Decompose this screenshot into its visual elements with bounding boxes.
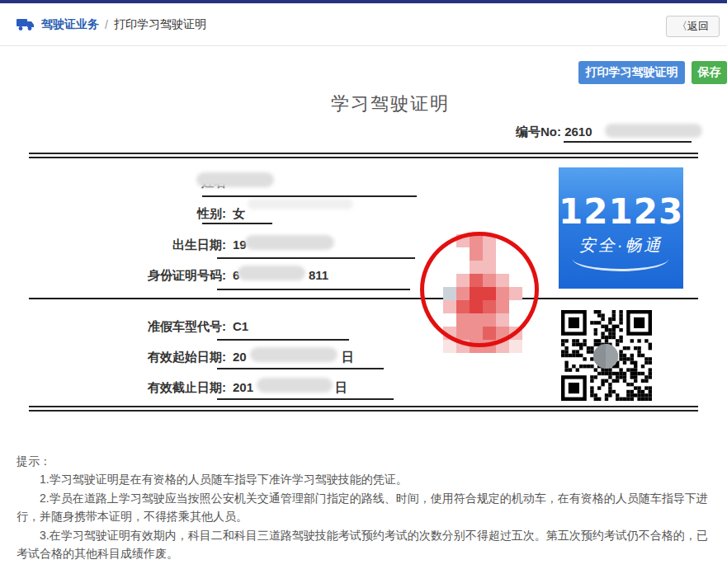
serial-number: 编号No: 2610 <box>516 125 592 140</box>
field-underline <box>202 223 272 224</box>
serial-underline <box>564 141 692 143</box>
field-redaction <box>257 378 333 393</box>
tips-item: 3.在学习驾驶证明有效期内，科目二和科目三道路驾驶技能考试预约考试的次数分别不得… <box>17 526 712 563</box>
tips-item: 1.学习驾驶证明是在有资格的人员随车指导下准许学习驾驶技能的凭证。 <box>17 470 712 488</box>
tips-heading: 提示： <box>17 452 712 470</box>
certificate-title: 学习驾驶证明 <box>27 92 727 116</box>
field-underline <box>217 398 394 400</box>
save-button[interactable]: 保存 <box>692 61 727 84</box>
official-seal-ring <box>420 232 539 347</box>
field-label: 身份证明号码: <box>0 268 226 284</box>
field-value-suffix: 日 <box>342 350 354 365</box>
field-underline <box>217 289 410 290</box>
serial-redaction <box>605 124 702 138</box>
field-redaction-ghost <box>248 199 353 209</box>
field-redaction <box>250 347 338 362</box>
tips-section: 提示： 1.学习驾驶证明是在有资格的人员随车指导下准许学习驾驶技能的凭证。 2.… <box>17 452 712 562</box>
serial-label: 编号No: <box>516 125 561 139</box>
logo-slogan: 安全·畅通 <box>559 234 683 256</box>
breadcrumb-section-link[interactable]: 驾驶证业务 <box>41 17 99 32</box>
page: 驾驶证业务 / 打印学习驾驶证明 〈返回 打印学习驾驶证明 保存 学习驾驶证明 … <box>0 0 727 588</box>
app-12123-logo: 12123 安全·畅通 <box>559 167 683 289</box>
field-underline <box>217 339 349 341</box>
back-button[interactable]: 〈返回 <box>666 16 720 37</box>
field-label: 准假车型代号: <box>0 319 226 335</box>
field-value-suffix: 811 <box>309 268 328 282</box>
field-redaction <box>245 235 334 250</box>
field-label: 出生日期: <box>0 238 226 253</box>
field-value: C1 <box>233 319 248 333</box>
breadcrumb-separator: / <box>105 18 108 31</box>
certificate-bottom-border <box>29 406 698 412</box>
truck-icon <box>17 18 35 31</box>
field-redaction <box>238 266 305 280</box>
field-value-prefix: 201 <box>233 380 253 394</box>
serial-value: 2610 <box>564 125 592 139</box>
field-redaction <box>196 172 274 187</box>
field-value: 19 <box>233 238 247 252</box>
field-label: 有效截止日期: <box>0 380 226 396</box>
certificate-top-border <box>29 153 698 158</box>
field-label: 姓名 <box>0 175 226 191</box>
breadcrumb: 驾驶证业务 / 打印学习驾驶证明 <box>17 16 206 34</box>
field-value-prefix: 20 <box>233 350 247 364</box>
field-underline <box>217 368 384 369</box>
breadcrumb-current-page: 打印学习驾驶证明 <box>114 17 206 32</box>
print-certificate-button[interactable]: 打印学习驾驶证明 <box>578 61 685 84</box>
tips-item: 2.学员在道路上学习驾驶应当按照公安机关交通管理部门指定的路线、时间，使用符合规… <box>17 489 712 526</box>
header-bar: 驾驶证业务 / 打印学习驾驶证明 〈返回 <box>0 3 727 46</box>
field-label: 性别: <box>0 206 226 222</box>
field-underline <box>202 195 417 197</box>
field-value-suffix: 日 <box>335 380 347 396</box>
field-label: 有效起始日期: <box>0 350 226 365</box>
certificate-middle-divider <box>29 298 698 299</box>
logo-number: 12123 <box>559 191 683 232</box>
qr-code <box>558 307 656 405</box>
field-value: 女 <box>233 206 245 222</box>
field-underline <box>217 257 415 259</box>
